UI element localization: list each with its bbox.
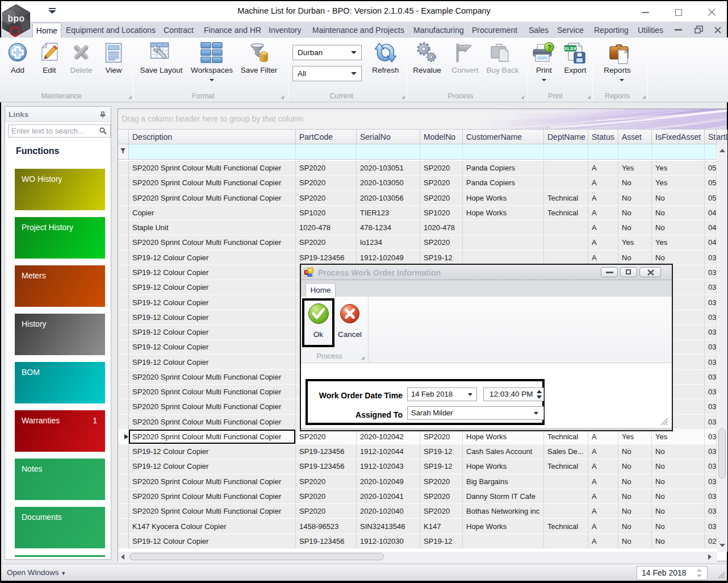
svg-text:?: ?	[547, 44, 551, 52]
svg-text:XLSX: XLSX	[564, 46, 576, 51]
svg-text:bpo: bpo	[7, 14, 24, 23]
